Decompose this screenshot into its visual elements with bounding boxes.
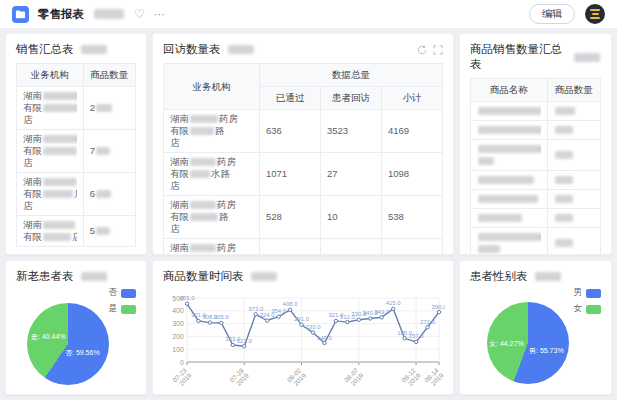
legend-item[interactable]: 是 [109,303,137,315]
legend-item[interactable]: 否 [109,287,137,299]
value-cell: 10 [321,196,382,239]
visit-table-body: 湖南药房有限路店63635234169湖南药房有限水路店1071271098湖南… [164,110,443,256]
column-header: 业务机构 [17,64,84,87]
product-table: 商品名称 商品数量 [470,78,601,255]
y-axis-tick-label: 100 [172,346,184,353]
avatar[interactable] [585,4,605,24]
pie-chart[interactable]: 男: 55.73%女: 44.27% [487,302,569,384]
line-chart: 010020030040050007-23201907-28201908-022… [153,290,453,395]
table-row: 湖南药房有限水路店1071271098 [164,153,443,196]
redacted-text [190,115,218,123]
data-point-label: 349.0 [374,309,390,315]
chart-legend: 男女 [574,287,602,315]
redacted-text [81,45,107,54]
new-old-patients-card: 新老患者表 否是 否: 59.56%是: 40.44% [5,260,147,395]
product-table-body [471,102,601,256]
qty-cell [547,228,600,256]
data-point [185,302,188,305]
redacted-text [555,107,575,115]
org-line: 店 [23,114,77,126]
visit-count-card: 回访数量表 业务机构 数据总量 已通过 患者回访 小计 湖南药房有限路店63 [152,33,454,255]
data-point-label: 415.0 [386,300,402,306]
qty-cell [547,209,600,228]
column-header: 业务机构 [164,64,260,110]
column-header: 商品名称 [471,79,548,102]
redacted-text [228,45,254,54]
redacted-text [478,233,541,241]
more-options-icon[interactable]: ⋯ [154,9,166,20]
redacted-text [43,190,73,198]
data-point [391,307,394,310]
data-point [243,345,246,348]
data-point-label: 390.0 [431,304,445,310]
legend-label: 是 [109,303,118,315]
table-row: 湖南有限店7 [17,130,136,173]
edit-button[interactable]: 编辑 [529,4,575,24]
dashboard-grid: 销售汇总表 业务机构 商品数量 湖南有限店2湖南有限店7湖南房有限店店6湖南房有… [0,28,617,400]
redacted-text [535,272,561,281]
org-line: 店 [170,137,253,149]
y-axis-tick-label: 0 [180,359,184,366]
redacted-text [43,135,77,143]
redacted-text [478,214,522,222]
qty-cell [547,121,600,140]
org-cell: 湖南药房 [164,239,260,256]
x-axis-tick-label: 08-122019 [400,366,422,388]
org-line [477,105,541,117]
qty-cell: 2 [83,87,135,130]
value-cell: 538 [382,196,443,239]
data-point [220,321,223,324]
legend-item[interactable]: 男 [574,287,602,299]
refresh-icon[interactable] [417,45,427,55]
redacted-text [43,92,77,100]
data-point [346,320,349,323]
redacted-text [190,213,218,221]
org-line [477,124,541,136]
product-name-cell [471,228,548,256]
data-point [300,323,303,326]
data-point-label: 291.0 [294,316,310,322]
org-line: 湖南 [23,133,77,145]
redacted-text [190,201,216,209]
column-header: 已通过 [260,87,321,110]
org-line: 湖南房 [23,176,77,188]
x-axis-tick-label: 07-282019 [228,366,250,388]
org-line: 店 [170,223,253,235]
table-row: 湖南房有限店5 [17,216,136,247]
legend-swatch [121,305,136,314]
qty-cell: 6 [83,173,135,216]
product-name-cell [471,121,548,140]
pie-slice-label: 是: 40.44% [31,332,66,342]
org-line [477,193,541,205]
fullscreen-icon[interactable] [433,45,443,55]
redacted-text [96,227,110,235]
org-line [477,143,541,155]
org-line: 店 [23,157,77,169]
favorite-icon[interactable]: ♡ [134,8,145,20]
redacted-text [478,145,541,153]
redacted-text [555,195,573,203]
redacted-text [43,233,71,241]
pie-slice-label: 男: 55.73% [529,346,564,356]
data-point-label: 354.0 [271,308,287,314]
table-row: 湖南药房有限路店52810538 [164,196,443,239]
org-line [477,212,541,224]
x-axis-tick-label: 07-232019 [171,366,193,388]
value-cell: 636 [260,110,321,153]
org-line: 有限路 [170,211,253,223]
data-point [437,310,440,313]
table-row [471,190,601,209]
redacted-text [43,104,77,112]
redacted-text [555,176,573,184]
pie-chart[interactable]: 否: 59.56%是: 40.44% [27,303,109,385]
redacted-text [478,176,534,184]
legend-label: 否 [109,287,118,299]
column-header: 小计 [382,87,443,110]
data-point-label: 157.0 [409,333,425,339]
redacted-text [478,245,500,253]
table-row: 湖南药房有限路店63635234169 [164,110,443,153]
table-row [471,140,601,171]
org-line: 有限店 [23,188,77,200]
redacted-text [251,272,277,281]
legend-item[interactable]: 女 [574,303,602,315]
